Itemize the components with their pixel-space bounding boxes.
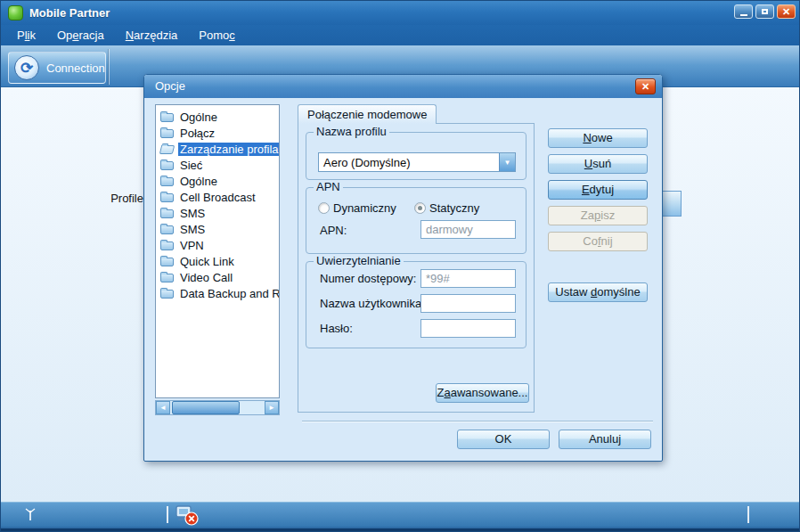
folder-icon [160, 129, 174, 138]
folder-icon [160, 274, 174, 282]
folder-icon [160, 113, 174, 122]
radio-statyczny-label[interactable]: Statyczny [429, 201, 479, 215]
hidden-button-edge[interactable] [662, 191, 682, 217]
open-folder-icon [159, 145, 175, 154]
connection-label: Connection [46, 61, 105, 75]
scroll-left-button[interactable]: ◄ [156, 401, 170, 414]
status-bar [1, 502, 800, 527]
scroll-right-button[interactable]: ► [265, 401, 279, 414]
list-item-sms[interactable]: SMS [156, 205, 279, 221]
password-input[interactable] [420, 319, 516, 338]
list-item-zarzadzanie-profilami[interactable]: Zarządzanie profilami [156, 141, 279, 157]
scroll-right-icon: ► [268, 404, 275, 412]
connection-button[interactable]: ⟳ Connection [8, 52, 106, 84]
dialog-close-button[interactable]: ✕ [635, 78, 656, 94]
list-horizontal-scrollbar[interactable]: ◄ ► [155, 400, 280, 415]
scrollbar-thumb[interactable] [172, 401, 240, 414]
access-number-input[interactable] [420, 269, 516, 288]
signal-antenna-icon [24, 508, 37, 522]
combobox-dropdown-button[interactable]: ▼ [499, 153, 515, 171]
folder-icon [160, 193, 174, 202]
menu-narzedzia[interactable]: Narzędzia [120, 27, 184, 44]
statusbar-separator-right [747, 506, 749, 523]
auth-legend: Uwierzytelnianie [314, 255, 404, 267]
folder-icon [160, 209, 174, 218]
cofnij-button: Cofnij [548, 232, 648, 251]
radio-statyczny[interactable] [414, 202, 426, 214]
cancel-button[interactable]: Anuluj [559, 430, 651, 449]
chevron-down-icon: ▼ [504, 159, 511, 167]
list-item-data-backup[interactable]: Data Backup and Restora [156, 285, 279, 301]
maximize-icon [762, 9, 768, 14]
close-button[interactable]: ✕ [777, 4, 796, 19]
list-item-polacz[interactable]: Połącz [156, 125, 279, 141]
folder-icon [160, 177, 174, 186]
window-title: Mobile Partner [29, 6, 110, 20]
list-item-cell-broadcast[interactable]: Cell Broadcast [156, 189, 279, 205]
tab-polaczenie-modemowe[interactable]: Połączenie modemowe [298, 104, 437, 124]
disconnected-icon [176, 505, 199, 526]
statusbar-separator [167, 506, 168, 523]
folder-icon [160, 241, 174, 250]
advanced-button[interactable]: Zaawansowane... [436, 383, 529, 403]
dialog-title-bar: Opcje [144, 75, 662, 98]
menu-bar: Plik Operacja Narzędzia Pomoc [1, 25, 800, 45]
access-number-label: Numer dostępowy: [320, 272, 416, 285]
dialog-title: Opcje [155, 79, 185, 93]
list-item-siec[interactable]: Sieć [156, 157, 279, 173]
mobile-partner-window: Mobile Partner ✕ Plik Operacja Narzędzia… [0, 0, 800, 532]
edytuj-button[interactable]: Edytuj [548, 180, 648, 200]
apn-field-label: APN: [320, 224, 347, 237]
apn-legend: APN [314, 181, 343, 193]
minimize-icon [740, 14, 747, 16]
usun-button[interactable]: Usuń [548, 154, 648, 174]
window-bottom-border [1, 527, 800, 532]
connection-sync-icon: ⟳ [14, 55, 39, 80]
folder-icon [160, 258, 174, 266]
dialog-close-icon: ✕ [641, 81, 649, 93]
app-icon [8, 5, 23, 20]
radio-dynamiczny-label[interactable]: Dynamiczny [333, 201, 396, 215]
folder-icon [160, 225, 174, 234]
folder-icon [160, 290, 174, 299]
scrollbar-track[interactable] [170, 401, 265, 414]
radio-dynamiczny[interactable] [318, 202, 330, 214]
list-item-video-call[interactable]: Video Call [156, 269, 279, 285]
zapisz-button: Zapisz [548, 206, 648, 225]
ustaw-domyslne-button[interactable]: Ustaw domyślne [548, 282, 648, 302]
profile-combobox-value: Aero (Domyślne) [319, 156, 499, 169]
profile-label: Profile [94, 192, 143, 205]
maximize-button[interactable] [755, 4, 774, 19]
category-list: Ogólne Połącz Zarządzanie profilami Sieć… [155, 104, 280, 398]
list-item-ogolne-2[interactable]: Ogólne [156, 173, 279, 189]
profile-name-legend: Nazwa profilu [314, 126, 389, 138]
apn-input[interactable] [420, 220, 516, 239]
profile-combobox[interactable]: Aero (Domyślne) ▼ [318, 152, 516, 172]
toolbar-separator [109, 49, 110, 85]
title-bar: Mobile Partner ✕ [1, 1, 800, 25]
menu-operacja[interactable]: Operacja [52, 27, 110, 44]
nowe-button[interactable]: Nowe [548, 128, 648, 148]
list-item-vpn[interactable]: VPN [156, 237, 279, 253]
list-item-sms-2[interactable]: SMS [156, 221, 279, 237]
close-icon: ✕ [782, 7, 790, 17]
menu-pomoc[interactable]: Pomoc [193, 27, 240, 44]
minimize-button[interactable] [734, 4, 753, 19]
ok-button[interactable]: OK [457, 430, 550, 449]
list-item-ogolne[interactable]: Ogólne [156, 109, 279, 125]
list-item-quick-link[interactable]: Quick Link [156, 253, 279, 269]
folder-icon [160, 161, 174, 170]
password-label: Hasło: [320, 322, 353, 335]
username-label: Nazwa użytkownika: [320, 297, 425, 310]
username-input[interactable] [420, 294, 516, 313]
dialog-separator [302, 421, 653, 422]
options-dialog: Opcje ✕ Ogólne Połącz Zarządzanie profil… [143, 74, 663, 462]
menu-plik[interactable]: Plik [12, 27, 41, 44]
scroll-left-icon: ◄ [159, 404, 167, 412]
